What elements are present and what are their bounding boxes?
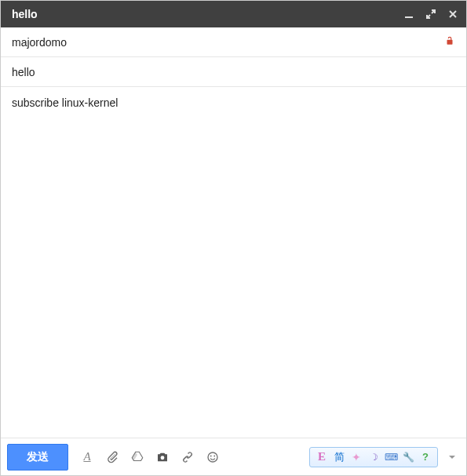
compose-window: hello subscribe linux-kernel 发送 A [0,0,467,476]
minimize-icon[interactable] [403,9,414,20]
expand-icon[interactable] [425,9,436,20]
titlebar-controls [403,9,458,20]
ime-skin-icon[interactable]: ✦ [349,450,363,464]
link-icon[interactable] [177,446,199,468]
emoji-icon[interactable] [202,446,224,468]
ime-keyboard-icon[interactable]: ⌨ [384,450,398,464]
close-icon[interactable] [447,9,458,20]
ime-help-icon[interactable]: ? [418,450,432,464]
message-body[interactable]: subscribe linux-kernel [1,87,466,438]
window-title: hello [12,8,403,20]
lock-icon[interactable] [444,35,455,49]
subject-field[interactable] [12,66,455,78]
ime-toolbar[interactable]: E 简 ✦ ☽ ⌨ 🔧 ? [309,447,438,467]
to-field[interactable] [12,36,444,49]
svg-point-3 [161,456,165,460]
svg-point-4 [208,452,217,462]
to-field-row[interactable] [1,27,466,57]
photo-icon[interactable] [151,446,173,468]
more-options-icon[interactable] [444,453,460,461]
formatting-icon[interactable]: A [76,446,98,468]
ime-simplified-icon[interactable]: 简 [332,450,346,464]
svg-point-6 [213,455,215,456]
drive-icon[interactable] [126,446,148,468]
subject-field-row[interactable] [1,57,466,87]
compose-toolbar: 发送 A E 简 ✦ ☽ ⌨ 🔧 ? [1,438,466,475]
send-button[interactable]: 发送 [7,444,68,471]
ime-mode-icon[interactable]: E [315,450,329,464]
attach-icon[interactable] [101,446,123,468]
ime-moon-icon[interactable]: ☽ [367,450,381,464]
svg-point-5 [210,455,212,456]
titlebar[interactable]: hello [1,1,466,27]
ime-settings-icon[interactable]: 🔧 [401,450,415,464]
